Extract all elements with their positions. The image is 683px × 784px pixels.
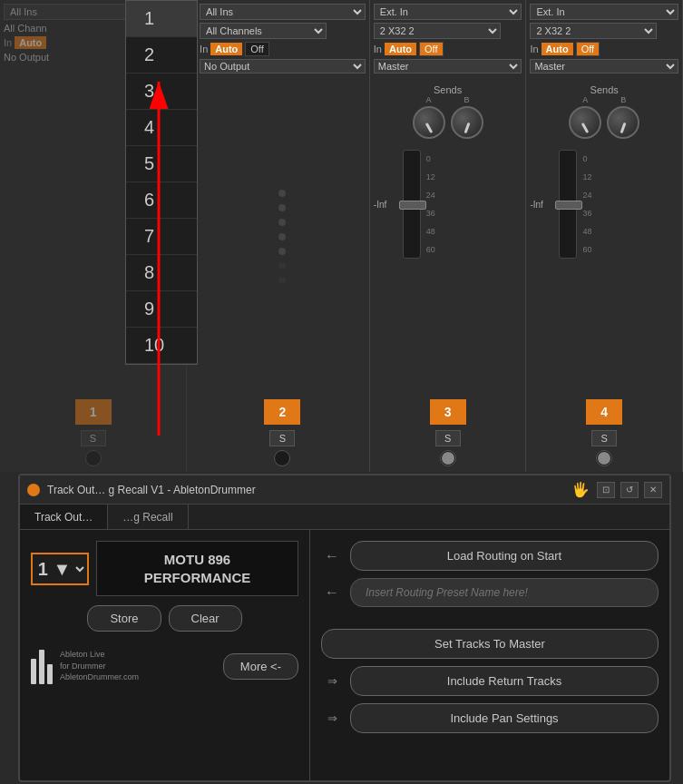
preset-name-input[interactable] bbox=[350, 578, 659, 607]
solo-1[interactable]: S bbox=[81, 430, 106, 446]
double-arrow-return: ⇒ bbox=[321, 674, 343, 688]
more-button[interactable]: More <- bbox=[223, 653, 298, 680]
auto-btn-2[interactable]: Auto bbox=[210, 43, 242, 55]
auto-btn-1[interactable]: Auto bbox=[15, 36, 46, 49]
channel-strip-4: Ext. In 2 X32 2 In Auto Off Master Sends… bbox=[526, 0, 683, 472]
in-label-4: In bbox=[530, 44, 538, 54]
left-arrow-load: ← bbox=[321, 548, 343, 564]
logo-bar-3 bbox=[47, 664, 53, 684]
logo-text: Ableton Live for Drummer AbletonDrummer.… bbox=[60, 649, 139, 683]
arm-1[interactable] bbox=[85, 450, 102, 466]
dropdown-item-5[interactable]: 5 bbox=[126, 146, 197, 182]
set-tracks-row: Set Tracks To Master bbox=[321, 629, 659, 659]
track-num-1[interactable]: 1 bbox=[75, 399, 112, 425]
include-return-row: ⇒ Include Return Tracks bbox=[321, 666, 659, 696]
left-arrow-preset: ← bbox=[321, 584, 343, 601]
plugin-dot bbox=[27, 484, 40, 496]
tab-track-out[interactable]: Track Out… bbox=[20, 505, 108, 529]
input-select-3[interactable]: Ext. In bbox=[374, 4, 522, 20]
action-buttons: Store Clear bbox=[31, 605, 298, 632]
title-icons: ⊡ ↺ ✕ bbox=[597, 482, 662, 498]
send-b-knob-4[interactable] bbox=[607, 106, 639, 139]
in-label-3: In bbox=[374, 44, 382, 54]
input-select-2[interactable]: All Ins bbox=[200, 4, 366, 20]
include-pan-row: ⇒ Include Pan Settings bbox=[321, 703, 659, 733]
dropdown-item-4[interactable]: 4 bbox=[126, 110, 197, 146]
double-arrow-pan: ⇒ bbox=[321, 711, 343, 725]
store-button[interactable]: Store bbox=[87, 605, 161, 632]
arm-3[interactable] bbox=[440, 450, 456, 466]
dropdown-item-3[interactable]: 3 bbox=[126, 74, 197, 110]
plugin-right-panel: ← Load Routing on Start ← Set Tracks To … bbox=[310, 530, 669, 780]
sends-label-4: Sends bbox=[569, 84, 639, 95]
dropdown-item-2[interactable]: 2 bbox=[126, 37, 197, 74]
in-label-1: In bbox=[4, 37, 12, 48]
output-select-3[interactable]: Master bbox=[374, 59, 522, 74]
number-dropdown[interactable]: 1 2 3 4 5 6 7 8 9 10 bbox=[125, 0, 198, 365]
hand-icon: 🖐 bbox=[571, 481, 590, 498]
dropdown-item-8[interactable]: 8 bbox=[126, 255, 197, 291]
track-num-4[interactable]: 4 bbox=[586, 399, 622, 425]
input-select-4[interactable]: Ext. In bbox=[530, 4, 678, 20]
tab-routing-recall[interactable]: …g Recall bbox=[108, 505, 188, 529]
track-num-2[interactable]: 2 bbox=[264, 399, 300, 425]
ch-select-3[interactable]: 2 X32 2 bbox=[374, 23, 501, 39]
close-icon-btn[interactable]: ✕ bbox=[644, 482, 662, 498]
arm-2[interactable] bbox=[274, 450, 290, 466]
logo-area: Ableton Live for Drummer AbletonDrummer.… bbox=[31, 648, 298, 684]
load-routing-row: ← Load Routing on Start bbox=[321, 541, 659, 571]
in-label-2: In bbox=[200, 44, 208, 54]
channel-strip-2: All Ins All Channels In Auto Off No Outp… bbox=[196, 0, 370, 472]
load-routing-button[interactable]: Load Routing on Start bbox=[350, 541, 659, 571]
preset-number-select[interactable]: 1 ▼23 bbox=[31, 553, 89, 585]
ch-select-4[interactable]: 2 X32 2 bbox=[530, 23, 657, 39]
auto-btn-3[interactable]: Auto bbox=[385, 43, 416, 55]
track-num-3[interactable]: 3 bbox=[430, 399, 466, 425]
output-select-4[interactable]: Master bbox=[530, 59, 678, 74]
off-btn-3[interactable]: Off bbox=[419, 42, 443, 56]
dropdown-item-6[interactable]: 6 bbox=[126, 182, 197, 219]
logo-bar-2 bbox=[39, 650, 44, 684]
dropdown-item-7[interactable]: 7 bbox=[126, 219, 197, 255]
preset-row: 1 ▼23 MOTU 896 PERFORMANCE bbox=[31, 541, 298, 596]
ch-select-2[interactable]: All Channels bbox=[200, 23, 327, 39]
logo-bar-1 bbox=[31, 659, 36, 684]
include-return-button[interactable]: Include Return Tracks bbox=[350, 666, 659, 696]
set-tracks-button[interactable]: Set Tracks To Master bbox=[321, 629, 659, 659]
plugin-window: Track Out… g Recall V1 - AbletonDrummer … bbox=[18, 474, 671, 782]
dropdown-item-10[interactable]: 10 bbox=[126, 328, 197, 364]
preset-name-row: ← bbox=[321, 578, 659, 607]
clear-button[interactable]: Clear bbox=[169, 605, 242, 632]
plugin-titlebar: Track Out… g Recall V1 - AbletonDrummer … bbox=[20, 475, 669, 505]
auto-btn-4[interactable]: Auto bbox=[542, 43, 573, 55]
solo-4[interactable]: S bbox=[591, 430, 617, 446]
solo-3[interactable]: S bbox=[435, 430, 461, 446]
refresh-icon-btn[interactable]: ↺ bbox=[620, 482, 639, 498]
output-label-1: No Output bbox=[4, 52, 49, 63]
send-b-knob-3[interactable] bbox=[451, 106, 483, 139]
channel-strip-3: Ext. In 2 X32 2 In Auto Off Master Sends… bbox=[370, 0, 527, 472]
send-a-knob-4[interactable] bbox=[569, 106, 601, 139]
arm-4[interactable] bbox=[596, 450, 612, 466]
off-btn-4[interactable]: Off bbox=[576, 42, 600, 56]
dropdown-item-9[interactable]: 9 bbox=[126, 291, 197, 328]
off-btn-2[interactable]: Off bbox=[245, 42, 268, 56]
sends-label-3: Sends bbox=[413, 84, 483, 95]
plugin-left-panel: 1 ▼23 MOTU 896 PERFORMANCE Store Clear bbox=[20, 530, 310, 780]
device-name-box: MOTU 896 PERFORMANCE bbox=[96, 541, 298, 596]
ch1-label: All Chann bbox=[4, 23, 47, 34]
plugin-body: 1 ▼23 MOTU 896 PERFORMANCE Store Clear bbox=[20, 530, 669, 780]
send-a-knob-3[interactable] bbox=[413, 106, 445, 139]
plugin-title: Track Out… g Recall V1 - AbletonDrummer bbox=[47, 484, 564, 496]
resize-icon-btn[interactable]: ⊡ bbox=[597, 482, 615, 498]
logo-bars bbox=[31, 648, 53, 684]
dropdown-item-1[interactable]: 1 bbox=[126, 1, 197, 37]
plugin-tabs: Track Out… …g Recall bbox=[20, 505, 669, 530]
output-select-2[interactable]: No Output bbox=[200, 59, 366, 74]
solo-2[interactable]: S bbox=[269, 430, 295, 446]
include-pan-button[interactable]: Include Pan Settings bbox=[350, 703, 659, 733]
mixer-area: All Ins All Chann In Auto No Output 1 S … bbox=[0, 0, 683, 472]
